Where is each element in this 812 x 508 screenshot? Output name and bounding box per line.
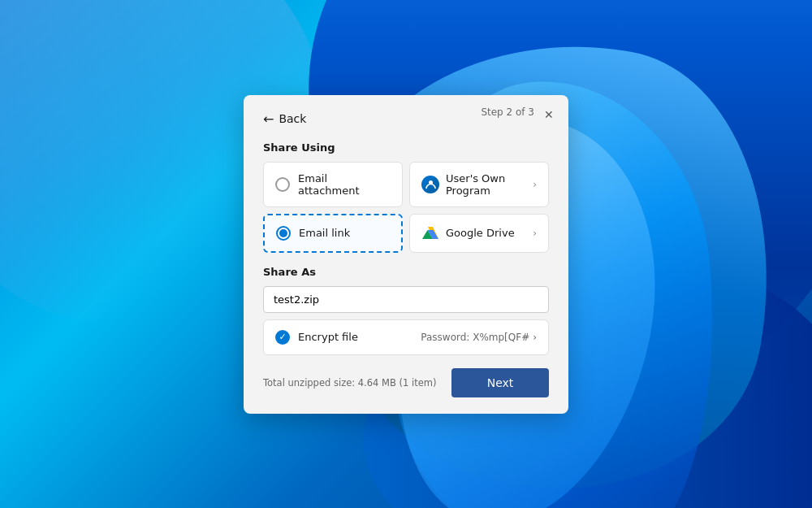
- share-as-label: Share As: [263, 266, 549, 278]
- back-label: Back: [279, 112, 306, 125]
- email-attachment-option[interactable]: Email attachment: [263, 162, 403, 207]
- users-own-program-content: User's Own Program: [421, 172, 525, 197]
- users-own-program-chevron: ›: [533, 179, 537, 190]
- encrypt-checkbox: ✓: [275, 330, 290, 345]
- users-own-program-option[interactable]: User's Own Program ›: [409, 162, 549, 207]
- users-own-program-label: User's Own Program: [446, 172, 525, 197]
- email-link-radio-inner: [279, 229, 287, 237]
- step-indicator: Step 2 of 3: [481, 106, 534, 118]
- email-attachment-radio: [275, 177, 290, 192]
- google-drive-content: Google Drive: [421, 224, 525, 242]
- close-button[interactable]: ✕: [538, 103, 560, 126]
- filename-input[interactable]: [263, 286, 549, 313]
- email-link-option[interactable]: Email link: [263, 214, 403, 253]
- encrypt-chevron: ›: [533, 332, 537, 343]
- email-link-label: Email link: [299, 227, 350, 239]
- share-as-section: Share As ✓ Encrypt file Password: X%mp[Q…: [263, 266, 549, 355]
- share-options-grid: Email attachment User's Own Program ›: [263, 162, 549, 253]
- email-attachment-label: Email attachment: [298, 172, 391, 197]
- dialog-footer: Total unzipped size: 4.64 MB (1 item) Ne…: [263, 368, 549, 397]
- user-icon: [421, 176, 439, 193]
- footer-info: Total unzipped size: 4.64 MB (1 item): [263, 377, 436, 389]
- google-drive-icon: [421, 224, 439, 242]
- back-button[interactable]: ← Back: [263, 111, 306, 127]
- encrypt-left: ✓ Encrypt file: [275, 330, 358, 345]
- dialog-overlay: ✕ Step 2 of 3 ← Back Share Using Email a…: [0, 0, 812, 508]
- encrypt-right: Password: X%mp[QF# ›: [421, 332, 537, 343]
- back-arrow-icon: ←: [263, 111, 274, 127]
- email-link-radio: [276, 226, 291, 241]
- share-dialog: ✕ Step 2 of 3 ← Back Share Using Email a…: [244, 95, 568, 414]
- encrypt-label: Encrypt file: [298, 331, 358, 343]
- share-using-label: Share Using: [263, 141, 549, 154]
- google-drive-option[interactable]: Google Drive ›: [409, 214, 549, 253]
- encrypt-card[interactable]: ✓ Encrypt file Password: X%mp[QF# ›: [263, 319, 549, 355]
- encrypt-password: Password: X%mp[QF#: [421, 332, 529, 343]
- google-drive-chevron: ›: [533, 228, 537, 239]
- google-drive-label: Google Drive: [446, 227, 515, 239]
- next-button[interactable]: Next: [451, 368, 549, 397]
